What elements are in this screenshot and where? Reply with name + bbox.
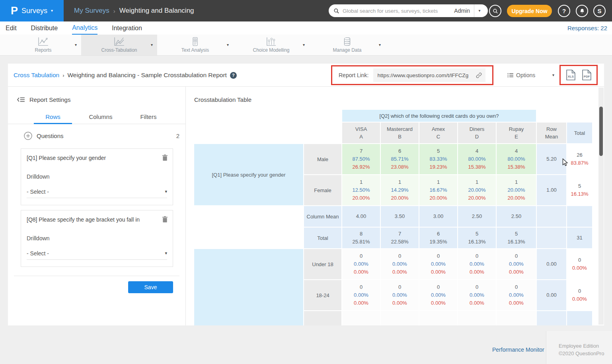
crosstab-data-cell: 00.00%0.00% [497,280,536,310]
crosstab-table: [Q2] which of the following credit cards… [193,109,593,325]
crosstab-body: [Q1] Please specify your genderMale787.5… [194,144,592,325]
crosstab-data-cell: 516.13% [497,228,536,248]
trash-icon[interactable] [162,154,168,161]
search-submit-button[interactable] [489,5,501,17]
tab-rows[interactable]: Rows [29,110,77,124]
column-headers-row: VISAA MastercardB AmexC DinersD RupayE R… [194,123,592,143]
trash-icon[interactable] [162,216,168,223]
row-mean-cell [537,206,566,227]
row-question-label-cell [194,206,303,248]
cross-tabulation-chart-icon [114,37,125,46]
crosstab-title: Crosstabulation Table [194,96,251,103]
chevron-down-icon: ▾ [51,9,53,13]
options-button[interactable]: Options [507,64,535,87]
drilldown-select[interactable]: - Select - ▾ [27,247,167,260]
export-xls-icon[interactable]: XLS [566,70,575,80]
menu-item-distribute[interactable]: Distribute [31,21,58,35]
report-link-field[interactable]: https://www.questionpro.com/t/lFFCZg [373,68,485,82]
crosstab-data-cell: 685.71%23.08% [381,144,419,174]
search-input[interactable] [343,8,454,14]
row-label-cell [304,311,341,325]
toolbar-label: Choice Modelling [253,47,289,53]
report-link-label: Report Link: [339,72,368,78]
chevron-down-icon[interactable]: ▾ [379,43,381,47]
choice-modelling-icon [266,37,276,46]
chevron-down-icon: ▾ [165,251,167,255]
search-icon [493,8,498,14]
help-tooltip-icon[interactable]: ? [230,72,237,79]
top-navbar: P Surveys ▾ My Surveys › Weighting and B… [0,0,612,21]
upgrade-now-button[interactable]: Upgrade Now [507,5,552,17]
row-mean-cell [537,228,566,248]
tab-columns[interactable]: Columns [77,110,125,124]
bell-icon [579,8,585,14]
settings-panel-title: Report Settings [29,96,70,103]
column-question-header: [Q2] which of the following credit cards… [342,110,536,122]
crosstab-data-cell: 00.00%0.00% [419,280,457,310]
performance-monitor-link[interactable]: Performance Monitor [492,346,544,353]
crosstab-data-cell: 516.13% [458,228,496,248]
menu-item-analytics[interactable]: Analytics [72,21,97,35]
drilldown-select-value: - Select - [27,189,49,195]
database-icon [343,37,351,46]
edition-footer: Employee Edition ©2020 QuestionPro [546,331,612,364]
toolbar-item-cross-tabulation[interactable]: Cross-Tabulation ▾ [81,35,157,55]
cross-tabulation-link[interactable]: Cross Tabulation [14,72,59,79]
crosstab-data-cell: 120.00%20.00% [458,175,496,205]
chevron-down-icon[interactable]: ▾ [227,43,229,47]
breadcrumb-my-surveys[interactable]: My Surveys [74,7,109,15]
toolbar-item-reports[interactable]: Reports ▾ [5,35,81,55]
search-scope-chevron-icon[interactable]: ▾ [474,9,485,13]
report-content-card: Cross Tabulation › Weighting and Balanci… [8,64,604,325]
question-mark-icon: ? [562,8,566,14]
breadcrumb-separator: › [62,72,64,78]
chevron-down-icon: ▾ [165,189,167,194]
menu-item-edit[interactable]: Edit [6,21,17,35]
crosstab-data-cell: 116.67%20.00% [419,175,457,205]
crosstab-data-cell [381,311,419,325]
toolbar-item-text-analysis[interactable]: Text Analysis ▾ [157,35,233,55]
chevron-down-icon[interactable]: ▾ [303,43,305,47]
menu-item-integration[interactable]: Integration [112,21,142,35]
row-label-cell: Female [304,175,341,205]
crosstab-data-cell: 00.00%0.00% [458,280,496,310]
column-header-row-mean: RowMean [537,123,566,143]
user-avatar[interactable]: S [593,5,606,17]
responses-count[interactable]: Responses: 22 [567,21,607,35]
drilldown-select[interactable]: - Select - ▾ [27,185,167,198]
questions-count-badge: 2 [176,132,179,139]
crosstab-data-cell [419,311,457,325]
global-search-bar[interactable]: Admin ▾ [329,4,488,17]
crosstab-data-cell: 480.00%15.38% [497,144,536,174]
toolbar-item-manage-data[interactable]: Manage Data ▾ [309,35,385,55]
help-button[interactable]: ? [558,5,570,17]
crosstab-data-cell: 3.00 [419,206,457,227]
notifications-button[interactable] [576,5,588,17]
add-question-icon[interactable] [24,132,32,140]
collapse-panel-icon[interactable] [17,97,25,103]
report-link-url[interactable]: https://www.questionpro.com/t/lFFCZg [377,72,476,78]
app-logo-block[interactable]: P Surveys ▾ [0,0,64,21]
column-header-diners: DinersD [458,123,496,143]
row-mean-cell: 5.20 [537,144,566,174]
link-icon[interactable] [476,72,482,79]
options-chevron-icon[interactable]: ▾ [552,64,554,87]
questions-label: Questions [37,132,64,139]
chevron-down-icon[interactable]: ▾ [151,43,153,47]
panel-separator [14,276,179,276]
crosstab-data-cell: 4.00 [342,206,380,227]
breadcrumb-separator: › [113,8,115,14]
scrollbar-thumb[interactable] [599,107,603,156]
toolbar-label: Manage Data [333,47,361,53]
tab-filters[interactable]: Filters [125,110,172,124]
breadcrumb-current: Weighting and Balancing [119,7,194,15]
toolbar-item-choice-modelling[interactable]: Choice Modelling ▾ [233,35,309,55]
toolbar-label: Reports [35,47,51,53]
export-pdf-icon[interactable]: PDF [582,70,591,80]
crosstab-area: Crosstabulation Table [Q2] which of the … [186,87,604,325]
save-button[interactable]: Save [128,281,173,293]
chevron-down-icon[interactable]: ▾ [75,43,77,47]
crosstab-data-cell: 722.58% [381,228,419,248]
row-label-cell: Male [304,144,341,174]
export-annotation-box: XLS PDF [559,65,598,85]
